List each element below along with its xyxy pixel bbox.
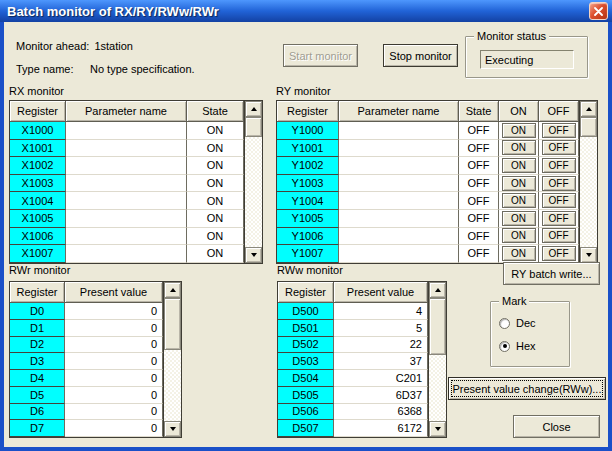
rx-state-cell: ON bbox=[187, 157, 244, 175]
ry-parameter-cell bbox=[339, 210, 459, 228]
ry-batch-write-button[interactable]: RY batch write... bbox=[503, 262, 600, 285]
rx-scroll-thumb[interactable] bbox=[245, 117, 262, 137]
rx-register-cell: X1000 bbox=[10, 122, 66, 140]
ry-register-cell: Y1003 bbox=[277, 175, 339, 193]
ry-on-button[interactable]: ON bbox=[502, 193, 536, 208]
rww-monitor-table: Register Present value D500 4 D501 5 D50… bbox=[277, 281, 447, 438]
radio-dec[interactable]: Dec bbox=[499, 317, 536, 329]
rww-register-cell: D501 bbox=[278, 320, 334, 337]
ry-on-button[interactable]: ON bbox=[502, 176, 536, 191]
ry-off-button[interactable]: OFF bbox=[542, 246, 576, 261]
ry-off-button[interactable]: OFF bbox=[542, 193, 576, 208]
rww-register-cell: D504 bbox=[278, 370, 334, 387]
ry-on-button[interactable]: ON bbox=[502, 158, 536, 173]
rww-scrollbar[interactable] bbox=[428, 282, 446, 437]
ry-off-button[interactable]: OFF bbox=[542, 140, 576, 155]
ry-off-cell: OFF bbox=[539, 210, 579, 228]
monitor-status-value: Executing bbox=[485, 54, 533, 66]
ry-on-button[interactable]: ON bbox=[502, 228, 536, 243]
rx-header-parameter-name: Parameter name bbox=[66, 101, 187, 122]
rwr-scrollbar[interactable] bbox=[163, 282, 181, 437]
close-window-button[interactable] bbox=[589, 2, 608, 20]
ry-scroll-track[interactable] bbox=[580, 137, 597, 247]
rww-header-register: Register bbox=[278, 282, 334, 303]
ry-on-cell: ON bbox=[499, 228, 539, 246]
ry-parameter-cell bbox=[339, 192, 459, 210]
rwr-register-cell: D4 bbox=[10, 370, 65, 387]
window-title: Batch monitor of RX/RY/RWw/RWr bbox=[7, 4, 589, 19]
rww-register-cell: D500 bbox=[278, 303, 334, 320]
rwr-scroll-thumb[interactable] bbox=[164, 298, 181, 350]
rww-scroll-up-button[interactable] bbox=[429, 282, 446, 298]
ry-register-cell: Y1001 bbox=[277, 140, 339, 158]
rww-register-cell: D502 bbox=[278, 337, 334, 354]
ry-parameter-cell bbox=[339, 157, 459, 175]
rx-scroll-up-button[interactable] bbox=[245, 101, 262, 117]
ry-grid: Register Parameter name State ON OFF Y10… bbox=[277, 101, 579, 263]
ry-scrollbar[interactable] bbox=[579, 101, 597, 263]
close-icon bbox=[594, 7, 603, 16]
ry-scroll-down-button[interactable] bbox=[580, 247, 597, 263]
ry-register-cell: Y1000 bbox=[277, 122, 339, 140]
ry-on-button[interactable]: ON bbox=[502, 140, 536, 155]
ry-on-button[interactable]: ON bbox=[502, 246, 536, 261]
ry-on-cell: ON bbox=[499, 175, 539, 193]
rwr-monitor-table: Register Present value D0 0 D1 0 D2 0 D3… bbox=[9, 281, 182, 438]
rwr-value-cell: 0 bbox=[65, 370, 163, 387]
rx-register-cell: X1003 bbox=[10, 175, 66, 193]
ry-header-off: OFF bbox=[539, 101, 579, 122]
rx-parameter-cell bbox=[66, 228, 187, 246]
rww-value-cell: 5 bbox=[334, 320, 428, 337]
ry-state-cell: OFF bbox=[459, 175, 499, 193]
rx-state-cell: ON bbox=[187, 245, 244, 263]
arrow-down-icon bbox=[586, 253, 592, 257]
ry-state-cell: OFF bbox=[459, 122, 499, 140]
rww-scroll-thumb[interactable] bbox=[429, 298, 446, 355]
ry-state-cell: OFF bbox=[459, 140, 499, 158]
ry-off-button[interactable]: OFF bbox=[542, 123, 576, 138]
arrow-down-icon bbox=[170, 427, 176, 431]
monitor-ahead-value: 1station bbox=[94, 40, 133, 52]
rwr-header-present-value: Present value bbox=[65, 282, 163, 303]
ry-off-button[interactable]: OFF bbox=[542, 228, 576, 243]
rwr-scroll-up-button[interactable] bbox=[164, 282, 181, 298]
ry-off-button[interactable]: OFF bbox=[542, 158, 576, 173]
rx-state-cell: ON bbox=[187, 210, 244, 228]
rx-scrollbar[interactable] bbox=[244, 101, 262, 263]
rx-scroll-track[interactable] bbox=[245, 137, 262, 247]
ry-on-button[interactable]: ON bbox=[502, 123, 536, 138]
arrow-up-icon bbox=[170, 288, 176, 292]
rww-value-cell: 6D37 bbox=[334, 387, 428, 404]
rx-header-register: Register bbox=[10, 101, 66, 122]
ry-off-button[interactable]: OFF bbox=[542, 211, 576, 226]
monitor-status-label: Monitor status bbox=[474, 30, 549, 43]
ry-on-button[interactable]: ON bbox=[502, 211, 536, 226]
rx-monitor-label: RX monitor bbox=[9, 85, 64, 98]
rww-value-cell: C201 bbox=[334, 370, 428, 387]
ry-scroll-up-button[interactable] bbox=[580, 101, 597, 117]
rwr-value-cell: 0 bbox=[65, 353, 163, 370]
rwr-value-cell: 0 bbox=[65, 420, 163, 437]
rwr-grid: Register Present value D0 0 D1 0 D2 0 D3… bbox=[10, 282, 163, 437]
ry-header-on: ON bbox=[499, 101, 539, 122]
ry-scroll-thumb[interactable] bbox=[580, 117, 597, 137]
radio-hex[interactable]: Hex bbox=[499, 340, 536, 352]
ry-off-button[interactable]: OFF bbox=[542, 176, 576, 191]
stop-monitor-button[interactable]: Stop monitor bbox=[383, 44, 458, 67]
rwr-value-cell: 0 bbox=[65, 303, 163, 320]
arrow-up-icon bbox=[251, 107, 257, 111]
rx-monitor-table: Register Parameter name State X1000 ON X… bbox=[9, 100, 263, 264]
rx-scroll-down-button[interactable] bbox=[245, 247, 262, 263]
rww-value-cell: 6368 bbox=[334, 404, 428, 421]
radio-hex-label: Hex bbox=[516, 340, 536, 352]
close-button[interactable]: Close bbox=[513, 415, 600, 438]
rww-scroll-track[interactable] bbox=[429, 355, 446, 421]
rx-register-cell: X1007 bbox=[10, 245, 66, 263]
rwr-scroll-track[interactable] bbox=[164, 350, 181, 421]
type-name-value: No type specification. bbox=[90, 63, 195, 76]
arrow-up-icon bbox=[586, 107, 592, 111]
monitor-status-field: Executing bbox=[480, 50, 574, 69]
present-value-change-button[interactable]: Present value change(RWw)... bbox=[448, 377, 606, 400]
rww-scroll-down-button[interactable] bbox=[429, 421, 446, 437]
rwr-scroll-down-button[interactable] bbox=[164, 421, 181, 437]
